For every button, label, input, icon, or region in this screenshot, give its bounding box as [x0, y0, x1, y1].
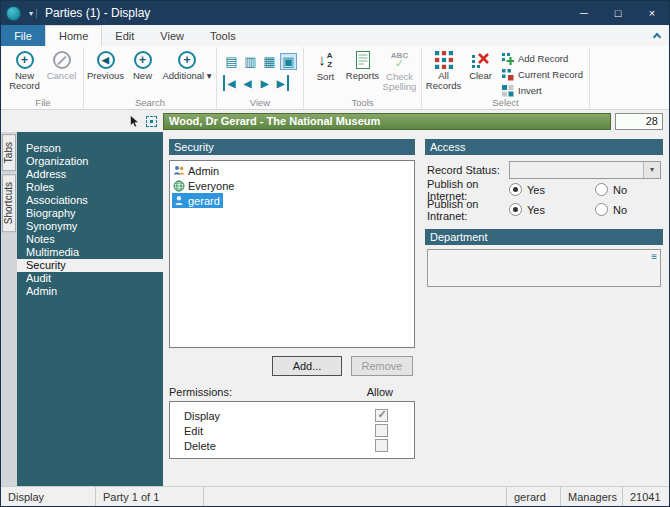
quick-access-caret-icon[interactable]: ▾ — [26, 9, 37, 18]
new-record-button[interactable]: + New Record — [6, 49, 43, 94]
add-button[interactable]: Add... — [272, 356, 342, 376]
remove-button[interactable]: Remove — [351, 356, 413, 376]
list-item[interactable]: Admin — [171, 163, 413, 178]
invert-button[interactable]: Invert — [499, 83, 586, 98]
group-label-view: View — [217, 97, 303, 108]
group-label-search: Search — [84, 97, 216, 108]
sidebar-item-biography[interactable]: Biography — [17, 207, 163, 220]
cancel-button[interactable]: Cancel — [43, 49, 80, 83]
next-record-button[interactable]: ▶ — [257, 75, 272, 91]
vertical-tab-shortcuts[interactable]: Shortcuts — [2, 174, 16, 232]
additional-label: Additional ▾ — [162, 71, 211, 81]
add-record-button[interactable]: Add Record — [499, 51, 586, 66]
titlebar[interactable]: ▾ Parties (1) - Display ─ □ × — [1, 1, 669, 25]
reports-icon — [354, 51, 372, 69]
sidebar-item-associations[interactable]: Associations — [17, 194, 163, 207]
contact-view-button[interactable]: ▥ — [242, 53, 259, 70]
sort-button[interactable]: ↓ AZ Sort — [307, 49, 344, 84]
collapse-ribbon-button[interactable] — [645, 25, 669, 46]
list-item[interactable]: gerard — [171, 193, 413, 208]
tab-edit[interactable]: Edit — [102, 25, 147, 46]
sidebar-item-roles[interactable]: Roles — [17, 181, 163, 194]
allow-column-header: Allow — [367, 386, 415, 398]
grid-view-button[interactable]: ▦ — [261, 53, 278, 70]
check-spelling-icon: ABC ✓ — [391, 51, 408, 70]
new-search-label: New — [133, 71, 152, 81]
chevron-down-icon[interactable]: ▾ — [643, 162, 660, 178]
record-status-label: Record Status: — [427, 164, 509, 176]
next-record-icon: ▶ — [261, 78, 269, 89]
list-item[interactable]: Everyone — [171, 178, 413, 193]
user-icon — [173, 195, 185, 206]
minimize-icon[interactable]: ─ — [567, 1, 601, 25]
internet-yes-radio[interactable] — [509, 183, 522, 196]
reports-button[interactable]: Reports — [344, 49, 381, 83]
permission-name: Edit — [184, 425, 203, 437]
sidebar-item-admin[interactable]: Admin — [17, 285, 163, 298]
tab-home[interactable]: Home — [45, 25, 102, 46]
file-tab[interactable]: File — [1, 25, 45, 46]
new-search-button[interactable]: + New — [124, 49, 161, 83]
list-view-icon: ▤ — [225, 54, 237, 69]
last-record-button[interactable]: ▶ — [274, 75, 289, 91]
additional-search-button[interactable]: + Additional ▾ — [161, 49, 213, 83]
check-spelling-button[interactable]: ABC ✓ Check Spelling — [381, 49, 418, 95]
new-search-icon: + — [134, 51, 152, 69]
previous-search-button[interactable]: ◀ Previous — [87, 49, 124, 83]
status-spacer — [204, 487, 507, 506]
delete-allow-checkbox[interactable] — [375, 439, 388, 452]
all-records-label: All Records — [426, 71, 461, 92]
department-field[interactable]: ≡ — [427, 249, 661, 287]
current-record-button[interactable]: Current Record — [499, 67, 586, 82]
sidebar-item-synonymy[interactable]: Synonymy — [17, 220, 163, 233]
status-user: gerard — [507, 487, 561, 506]
status-mode: Display — [1, 487, 96, 506]
sidebar-item-person[interactable]: Person — [17, 142, 163, 155]
tab-view[interactable]: View — [147, 25, 197, 46]
security-header: Security — [169, 139, 415, 155]
all-records-icon — [435, 51, 453, 69]
access-panel: Access Record Status: ▾ Publish on Inter… — [425, 139, 663, 486]
intranet-no-radio[interactable] — [595, 203, 608, 216]
yes-label: Yes — [527, 204, 545, 216]
permission-name: Delete — [184, 440, 216, 452]
current-record-label: Current Record — [518, 69, 583, 80]
content-panel: Security Admin — [163, 132, 669, 486]
clear-button[interactable]: Clear — [462, 49, 499, 83]
internet-no-radio[interactable] — [595, 183, 608, 196]
ribbon-tab-row: File Home Edit View Tools — [1, 25, 669, 46]
maximize-icon[interactable]: □ — [601, 1, 635, 25]
permissions-label: Permissions: — [169, 386, 232, 398]
close-icon[interactable]: × — [635, 1, 669, 25]
all-records-button[interactable]: All Records — [425, 49, 462, 94]
contact-view-icon: ▥ — [244, 54, 256, 69]
emu-logo-icon — [6, 6, 21, 21]
sidebar-item-organization[interactable]: Organization — [17, 155, 163, 168]
chevron-up-icon — [653, 33, 661, 41]
sidebar-item-security[interactable]: Security — [17, 259, 163, 272]
tab-tools[interactable]: Tools — [197, 25, 249, 46]
group-label-tools: Tools — [304, 97, 421, 108]
invert-icon — [502, 85, 514, 97]
previous-record-button[interactable]: ◀ — [240, 75, 255, 91]
add-record-icon — [502, 53, 514, 65]
page-view-button[interactable]: ▣ — [280, 53, 297, 70]
vertical-tab-tabs[interactable]: Tabs — [2, 134, 16, 171]
edit-allow-checkbox[interactable] — [375, 424, 388, 437]
sidebar-item-audit[interactable]: Audit — [17, 272, 163, 285]
display-allow-checkbox[interactable] — [375, 409, 388, 422]
list-view-button[interactable]: ▤ — [223, 53, 240, 70]
dropdown-caret-icon: ▾ — [207, 70, 212, 81]
sidebar-item-notes[interactable]: Notes — [17, 233, 163, 246]
add-record-label: Add Record — [518, 53, 568, 64]
security-user-list[interactable]: Admin Everyone — [169, 160, 415, 348]
record-status-select[interactable]: ▾ — [509, 161, 661, 179]
intranet-yes-radio[interactable] — [509, 203, 522, 216]
sidebar-item-multimedia[interactable]: Multimedia — [17, 246, 163, 259]
last-record-icon: ▶ — [277, 78, 285, 89]
table-row: Delete — [170, 438, 414, 453]
first-record-button[interactable]: ◀ — [223, 75, 238, 91]
ribbon-group-select: All Records Clear Add Record — [422, 47, 590, 109]
user-name: Admin — [188, 165, 219, 177]
sidebar-item-address[interactable]: Address — [17, 168, 163, 181]
